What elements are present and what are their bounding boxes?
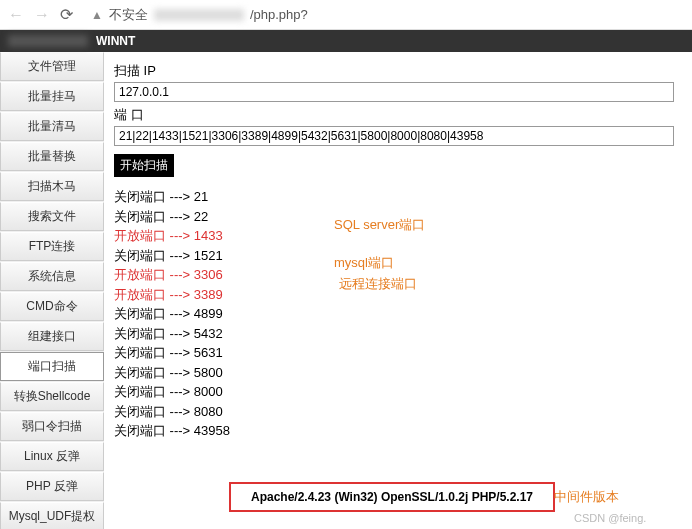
forward-icon[interactable]: → <box>34 6 50 24</box>
port-label: 端 口 <box>114 106 682 124</box>
sidebar: 文件管理批量挂马批量清马批量替换扫描木马搜索文件FTP连接系统信息CMD命令组建… <box>0 52 104 529</box>
sidebar-item-14[interactable]: PHP 反弹 <box>0 472 104 501</box>
result-line: 关闭端口 ---> 8080 <box>114 402 682 422</box>
sidebar-item-4[interactable]: 扫描木马 <box>0 172 104 201</box>
sidebar-item-6[interactable]: FTP连接 <box>0 232 104 261</box>
header-title: WINNT <box>96 34 135 48</box>
sidebar-item-10[interactable]: 端口扫描 <box>0 352 104 381</box>
server-info: Apache/2.4.23 (Win32) OpenSSL/1.0.2j PHP… <box>251 490 533 504</box>
port-input[interactable] <box>114 126 674 146</box>
sidebar-item-8[interactable]: CMD命令 <box>0 292 104 321</box>
address-bar[interactable]: ▲ 不安全 /php.php? <box>91 6 308 24</box>
sidebar-item-15[interactable]: Mysql_UDF提权 <box>0 502 104 529</box>
result-line: 关闭端口 ---> 21 <box>114 187 682 207</box>
result-line: 关闭端口 ---> 5631 <box>114 343 682 363</box>
page-header: WINNT <box>0 30 692 52</box>
warning-icon: ▲ <box>91 8 103 22</box>
browser-toolbar: ← → ⟳ ▲ 不安全 /php.php? <box>0 0 692 30</box>
result-line: 关闭端口 ---> 43958 <box>114 421 682 441</box>
reload-icon[interactable]: ⟳ <box>60 5 73 24</box>
server-info-box: Apache/2.4.23 (Win32) OpenSSL/1.0.2j PHP… <box>229 482 555 512</box>
annotation-middleware: 中间件版本 <box>554 488 619 506</box>
result-line: 关闭端口 ---> 5432 <box>114 324 682 344</box>
sidebar-item-12[interactable]: 弱口令扫描 <box>0 412 104 441</box>
scan-button[interactable]: 开始扫描 <box>114 154 174 177</box>
back-icon[interactable]: ← <box>8 6 24 24</box>
watermark: CSDN @feing. <box>574 512 646 524</box>
result-line: 关闭端口 ---> 8000 <box>114 382 682 402</box>
sidebar-item-0[interactable]: 文件管理 <box>0 52 104 81</box>
sidebar-item-9[interactable]: 组建接口 <box>0 322 104 351</box>
annotation-mysql: mysql端口 <box>334 254 394 272</box>
sidebar-item-3[interactable]: 批量替换 <box>0 142 104 171</box>
sidebar-item-2[interactable]: 批量清马 <box>0 112 104 141</box>
ip-label: 扫描 IP <box>114 62 682 80</box>
annotation-rdp: 远程连接端口 <box>339 275 417 293</box>
url-path: /php.php? <box>250 7 308 22</box>
sidebar-item-5[interactable]: 搜索文件 <box>0 202 104 231</box>
result-line: 关闭端口 ---> 5800 <box>114 363 682 383</box>
insecure-label: 不安全 <box>109 6 148 24</box>
result-line: 关闭端口 ---> 1521 <box>114 246 682 266</box>
annotation-sqlserver: SQL server端口 <box>334 216 425 234</box>
sidebar-item-7[interactable]: 系统信息 <box>0 262 104 291</box>
url-host-blur <box>154 9 244 21</box>
result-line: 关闭端口 ---> 4899 <box>114 304 682 324</box>
sidebar-item-11[interactable]: 转换Shellcode <box>0 382 104 411</box>
header-blur <box>8 35 88 47</box>
sidebar-item-13[interactable]: Linux 反弹 <box>0 442 104 471</box>
ip-input[interactable] <box>114 82 674 102</box>
main-panel: 扫描 IP 端 口 开始扫描 关闭端口 ---> 21关闭端口 ---> 22开… <box>104 52 692 529</box>
sidebar-item-1[interactable]: 批量挂马 <box>0 82 104 111</box>
